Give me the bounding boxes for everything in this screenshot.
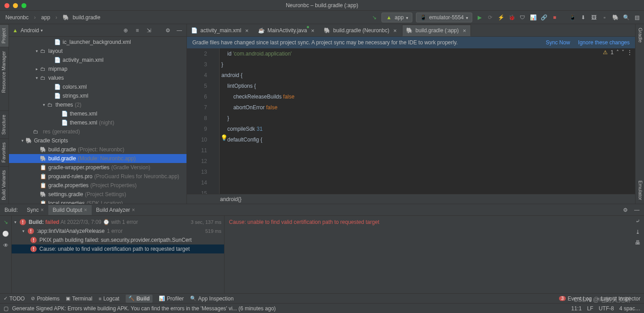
status-line-sep[interactable]: LF <box>587 305 593 312</box>
editor-breadcrumb[interactable]: android{} <box>187 194 635 204</box>
filter-icon[interactable]: ⚪ <box>2 230 9 237</box>
tab-favorites[interactable]: Favorites <box>0 138 8 166</box>
tab-build[interactable]: 🔨 Build <box>126 295 153 303</box>
soft-wrap-icon[interactable]: ⤶ <box>634 218 641 225</box>
tree-node[interactable]: ▾🗀themes(2) <box>9 100 186 109</box>
tree-node[interactable]: ▾🗀values <box>9 73 186 82</box>
tree-node[interactable]: 📄themes.xml <box>9 109 186 118</box>
editor-tab[interactable]: ☕MainActivity.java× <box>254 25 319 36</box>
layout-inspector-icon[interactable]: ▫ <box>601 14 608 21</box>
locate-icon[interactable]: ⊕ <box>122 27 129 34</box>
tab-event-log[interactable]: 3 Event Log <box>559 296 592 302</box>
sync-gradle-icon[interactable]: 🐘 <box>612 14 619 21</box>
status-indent[interactable]: 4 spac… <box>619 305 640 312</box>
apply-code-icon[interactable]: ⚡ <box>497 14 504 21</box>
device-selector[interactable]: 📱 emulator-5554 <box>416 13 472 22</box>
close-window-icon[interactable] <box>4 3 9 8</box>
code-viewport[interactable]: ⚠ 1 ˄ ˅ ⋮ 23456789101112131415 💡 id 'com… <box>187 48 635 194</box>
crumb-project[interactable]: Neuronbc <box>4 13 30 21</box>
tab-project[interactable]: Project <box>0 24 8 47</box>
editor-tab[interactable]: 🐘build.gradle (:app)× <box>402 25 471 36</box>
tree-node[interactable]: 📄ic_launcher_background.xml <box>9 38 186 47</box>
close-tab-icon[interactable]: × <box>463 27 466 34</box>
close-tab-icon[interactable]: × <box>393 27 397 34</box>
status-icon[interactable]: ▢ <box>4 305 8 312</box>
build-message-tree[interactable]: ▾!Build: failed At 2022/7/3, 7:09 ⌚ with… <box>12 216 224 293</box>
sdk-manager-icon[interactable]: ⬇ <box>580 14 587 21</box>
build-message-row[interactable]: !Cause: unable to find valid certificati… <box>12 244 224 253</box>
coverage-icon[interactable]: 🛡 <box>519 14 526 21</box>
tab-structure[interactable]: Structure <box>0 111 8 138</box>
status-message[interactable]: Generate Signed APK: Errors while buildi… <box>12 305 276 312</box>
build-subtab[interactable]: Build Output × <box>48 205 92 215</box>
rerun-icon[interactable]: ↘ <box>2 219 9 226</box>
close-tab-icon[interactable]: × <box>245 27 249 34</box>
tab-todo[interactable]: ✓ TODO <box>4 296 25 302</box>
close-tab-icon[interactable]: × <box>311 27 314 34</box>
build-message-row[interactable]: ▾!Build: failed At 2022/7/3, 7:09 ⌚ with… <box>12 218 224 227</box>
crumb-file[interactable]: 🐘 build.gradle <box>61 13 104 21</box>
tab-problems[interactable]: ⊘ Problems <box>31 296 59 302</box>
tab-terminal[interactable]: ▣ Terminal <box>66 296 92 302</box>
tree-node[interactable]: 🗀res(generated) <box>9 127 186 136</box>
settings-icon[interactable]: ▤ <box>633 14 640 21</box>
tree-node[interactable]: 🐘build.gradle(Module: Neuronbc.app) <box>9 154 186 163</box>
tab-app-inspection[interactable]: 🔍 App Inspection <box>190 296 233 302</box>
status-caret-pos[interactable]: 11:1 <box>571 305 581 312</box>
project-view-label[interactable]: Android <box>21 27 39 34</box>
tree-node[interactable]: ▸🗀mipmap <box>9 64 186 73</box>
build-output-text[interactable]: Cause: unable to find valid certificatio… <box>225 216 644 293</box>
print-icon[interactable]: 🖶 <box>634 239 641 246</box>
build-subtab[interactable]: Sync × <box>22 205 48 215</box>
profile-icon[interactable]: 📊 <box>530 14 537 21</box>
fold-column[interactable]: 💡 <box>212 48 220 194</box>
tab-resource-manager[interactable]: Resource Manager <box>0 47 8 97</box>
tab-build-variants[interactable]: Build Variants <box>0 166 8 204</box>
sync-icon[interactable]: ↘ <box>371 14 378 21</box>
tree-node[interactable]: 📋local.properties(SDK Location) <box>9 199 186 204</box>
tab-profiler[interactable]: 📊 Profiler <box>159 296 184 302</box>
tree-node[interactable]: 📄colors.xml <box>9 82 186 91</box>
tree-node[interactable]: 📄strings.xml <box>9 91 186 100</box>
collapse-icon[interactable]: ⇲ <box>145 27 153 34</box>
zoom-window-icon[interactable] <box>21 3 26 8</box>
sync-now-link[interactable]: Sync Now <box>546 39 570 46</box>
tree-node[interactable]: ▾🗀layout <box>9 47 186 56</box>
tree-node[interactable]: 🐘build.gradle(Project: Neuronbc) <box>9 145 186 154</box>
view-icon[interactable]: 👁 <box>2 242 9 249</box>
tab-emulator[interactable]: Emulator <box>636 177 644 204</box>
run-config-selector[interactable]: ▲ app <box>381 13 412 22</box>
tree-node[interactable]: ▾🐘Gradle Scripts <box>9 136 186 145</box>
tree-node[interactable]: 🐘settings.gradle(Project Settings) <box>9 190 186 199</box>
apply-changes-icon[interactable]: ⟳ <box>487 14 494 21</box>
build-subtab[interactable]: Build Analyzer × <box>92 205 140 215</box>
search-icon[interactable]: 🔍 <box>623 14 630 21</box>
tab-gradle[interactable]: Gradle <box>636 24 644 46</box>
code-content[interactable]: id 'com.android.application'}android { l… <box>220 48 635 194</box>
line-gutter[interactable]: 23456789101112131415 <box>187 48 212 194</box>
debug-icon[interactable]: 🐞 <box>508 14 515 21</box>
avd-manager-icon[interactable]: 📱 <box>569 14 576 21</box>
build-hide-icon[interactable]: — <box>633 206 640 214</box>
resource-manager-icon[interactable]: 🖼 <box>590 14 597 21</box>
tree-node[interactable]: 📄activity_main.xml <box>9 56 186 64</box>
build-message-row[interactable]: ▾!:app:lintVitalAnalyzeRelease1 error519… <box>12 227 224 236</box>
build-message-row[interactable]: !PKIX path building failed: sun.security… <box>12 236 224 244</box>
tree-node[interactable]: 📋gradle-wrapper.properties(Gradle Versio… <box>9 163 186 172</box>
hide-icon[interactable]: — <box>176 27 183 34</box>
tree-node[interactable]: 📄themes.xml(night) <box>9 118 186 127</box>
editor-tab[interactable]: 🐘build.gradle (Neuronbc)× <box>320 25 402 36</box>
tree-node[interactable]: 📋proguard-rules.pro(ProGuard Rules for N… <box>9 172 186 181</box>
tab-layout-inspector[interactable]: ▫ Layout Inspector <box>597 296 640 302</box>
editor-tab[interactable]: 📄activity_main.xml× <box>187 25 254 36</box>
ignore-changes-link[interactable]: Ignore these changes <box>578 39 630 46</box>
scroll-end-icon[interactable]: ⤓ <box>634 228 641 236</box>
run-icon[interactable]: ▶ <box>476 14 483 21</box>
gear-icon[interactable]: ⚙ <box>164 27 171 34</box>
breadcrumb[interactable]: Neuronbc app 🐘 build.gradle <box>4 13 104 21</box>
tab-logcat[interactable]: ≡ Logcat <box>99 296 119 302</box>
attach-debugger-icon[interactable]: 🔗 <box>540 14 547 21</box>
status-encoding[interactable]: UTF-8 <box>599 305 614 312</box>
project-tree[interactable]: 📄ic_launcher_background.xml▾🗀layout📄acti… <box>9 37 186 204</box>
crumb-module[interactable]: app <box>39 13 52 21</box>
